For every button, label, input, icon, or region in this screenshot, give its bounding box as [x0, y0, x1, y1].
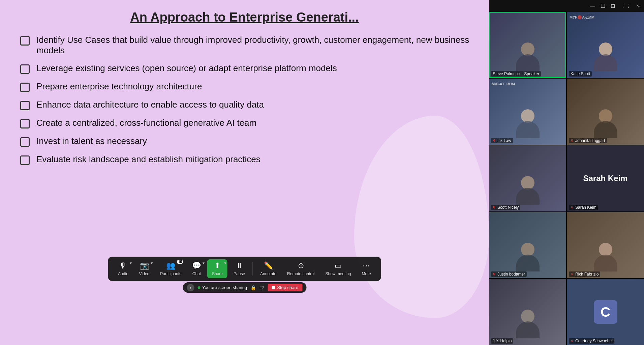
participant-name-katie: Katie Scott: [569, 71, 592, 77]
sarah-name-display: Sarah Keim: [583, 174, 627, 183]
share-button[interactable]: ⬆ Share ▼: [207, 259, 227, 278]
mute-icon-liz: 🎙: [493, 139, 496, 143]
remote-control-button[interactable]: ⊙ Remote control: [282, 259, 319, 278]
courtney-avatar: C: [594, 300, 617, 324]
more-label: More: [362, 271, 371, 276]
participant-cell-scott[interactable]: 🎙 Scott Nicely: [489, 145, 566, 211]
video-panel-header: — ☐ ⊞ ⋮⋮ ⤡: [489, 0, 644, 12]
remote-control-label: Remote control: [287, 271, 314, 276]
chat-label: Chat: [192, 271, 201, 276]
participant-cell-steve[interactable]: Steve Palmucci - Speaker: [489, 12, 566, 78]
expand-icon[interactable]: ⤡: [635, 2, 641, 10]
bullet-item-6: Evaluate risk landscape and establish mi…: [20, 154, 476, 165]
audio-icon: 🎙: [119, 261, 127, 270]
stop-share-button[interactable]: Stop share: [268, 284, 302, 291]
dots-icon[interactable]: ⋮⋮: [619, 1, 633, 10]
shield-icon: 🛡: [259, 285, 264, 290]
video-icon: 📷: [140, 261, 149, 270]
bullet-checkbox-0: [20, 36, 30, 46]
share-label: Share: [212, 271, 223, 276]
participant-name-justin: 🎙 Justin bodamer: [491, 271, 527, 277]
participant-name-liz: 🎙 Liz Law: [491, 138, 513, 143]
video-button[interactable]: 📷 Video ▼: [134, 259, 154, 278]
slide-title: An Approach to Enterprise Generati...: [13, 10, 476, 25]
bullet-checkbox-6: [20, 155, 30, 165]
participant-cell-jy[interactable]: J.Y. Halpin: [489, 279, 566, 345]
bullet-list: Identify Use Cases that build value thro…: [13, 35, 476, 165]
more-icon: ⋯: [363, 261, 370, 270]
screen-share-bar: ‹ You are screen sharing 🔒 🛡 Stop share: [183, 282, 306, 293]
minimize-icon[interactable]: —: [588, 2, 596, 10]
chat-icon: 💬: [192, 261, 201, 270]
participant-cell-johnnita[interactable]: 🎙 Johnnita Taggart: [567, 79, 644, 145]
audio-button[interactable]: 🎙 Audio ▼: [113, 259, 133, 278]
participant-cell-liz[interactable]: MID-AT RUM 🎙 Liz Law: [489, 79, 566, 145]
participant-cell-rick[interactable]: 🎙 Rick Fabrizio: [567, 212, 644, 278]
forum-logo-liz: MID-AT RUM: [492, 82, 515, 86]
show-meeting-button[interactable]: ▭ Show meeting: [320, 259, 356, 278]
screen-share-status: You are screen sharing: [197, 285, 247, 290]
participant-name-scott: 🎙 Scott Nicely: [491, 205, 520, 210]
participant-cell-katie[interactable]: МУР🔴А-ДИМ Katie Scott: [567, 12, 644, 78]
participant-name-steve: Steve Palmucci - Speaker: [491, 71, 541, 77]
participants-label: Participants: [160, 271, 181, 276]
mute-icon-rick: 🎙: [571, 272, 574, 276]
bullet-checkbox-1: [20, 64, 30, 74]
forum-logo-katie: МУР🔴А-ДИМ: [570, 15, 594, 20]
participants-count: 15: [177, 260, 183, 264]
bullet-checkbox-5: [20, 137, 30, 147]
participant-name-jy: J.Y. Halpin: [491, 338, 513, 344]
remote-control-icon: ⊙: [298, 261, 304, 270]
bullet-checkbox-3: [20, 101, 30, 110]
participant-name-courtney: 🎙 Courtney Schwoebel: [569, 338, 614, 344]
bullet-item-2: Prepare enterprise technology architectu…: [20, 81, 476, 92]
pause-label: Pause: [234, 271, 245, 276]
mute-icon-justin: 🎙: [493, 272, 496, 276]
restore-icon[interactable]: ☐: [599, 1, 607, 10]
participants-button[interactable]: 👥 15 Participants: [155, 259, 186, 278]
mute-icon-johnnita: 🎙: [571, 139, 574, 143]
show-meeting-icon: ▭: [335, 261, 342, 270]
show-meeting-label: Show meeting: [325, 271, 351, 276]
bullet-checkbox-4: [20, 119, 30, 128]
bullet-item-5: Invest in talent as necessary: [20, 136, 476, 147]
bullet-item-4: Create a centralized, cross-functional g…: [20, 118, 476, 128]
mute-icon-courtney: 🎙: [571, 339, 574, 343]
pause-icon: ⏸: [236, 261, 243, 270]
chat-button[interactable]: 💬 Chat ▼: [187, 259, 206, 278]
lock-icon: 🔒: [250, 285, 256, 290]
participant-name-rick: 🎙 Rick Fabrizio: [569, 271, 600, 277]
annotate-button[interactable]: ✏️ Annotate: [255, 259, 281, 278]
screen-share-chevron[interactable]: ‹: [187, 284, 194, 291]
video-grid: Steve Palmucci - Speaker МУР🔴А-ДИМ Katie…: [489, 12, 644, 345]
share-icon: ⬆: [214, 261, 220, 270]
bullet-checkbox-2: [20, 83, 30, 92]
audio-label: Audio: [118, 271, 128, 276]
participant-cell-justin[interactable]: 🎙 Justin bodamer: [489, 212, 566, 278]
bullet-item-3: Enhance data architecture to enable acce…: [20, 99, 476, 110]
more-button[interactable]: ⋯ More: [357, 259, 376, 278]
presentation-area: An Approach to Enterprise Generati... Id…: [0, 0, 489, 345]
grid-icon[interactable]: ⊞: [609, 1, 616, 10]
participant-cell-sarah[interactable]: Sarah Keim 🎙 Sarah Keim: [567, 145, 644, 211]
participants-icon: 👥: [166, 261, 175, 270]
annotate-icon: ✏️: [264, 261, 273, 270]
bullet-item-0: Identify Use Cases that build value thro…: [20, 35, 476, 56]
video-panel: — ☐ ⊞ ⋮⋮ ⤡ Steve Palmucci - Speaker МУР🔴…: [489, 0, 644, 345]
bullet-item-1: Leverage existing services (open source)…: [20, 63, 476, 74]
mute-icon-scott: 🎙: [493, 206, 496, 209]
participant-cell-courtney[interactable]: C 🎙 Courtney Schwoebel: [567, 279, 644, 345]
participant-name-johnnita: 🎙 Johnnita Taggart: [569, 138, 607, 143]
mute-icon-sarah: 🎙: [571, 206, 574, 209]
annotate-label: Annotate: [260, 271, 276, 276]
pause-button[interactable]: ⏸ Pause: [229, 259, 250, 278]
zoom-toolbar: 🎙 Audio ▼ 📷 Video ▼ 👥 15 Participants 💬 …: [108, 257, 381, 281]
video-label: Video: [139, 271, 149, 276]
participant-name-sarah: 🎙 Sarah Keim: [569, 205, 598, 210]
